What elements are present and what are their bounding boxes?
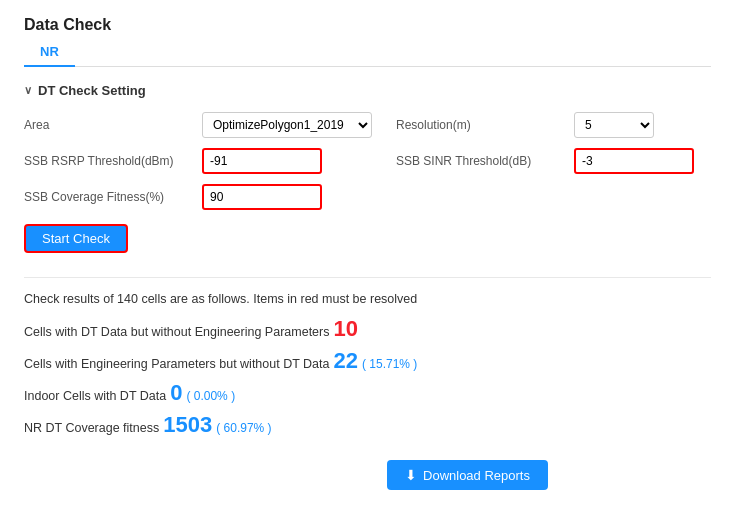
result-row-3: NR DT Coverage fitness 1503 ( 60.97% ) (24, 414, 711, 436)
result-number-0: 10 (333, 318, 357, 340)
result-number-1: 22 (333, 350, 357, 372)
results-section: Check results of 140 cells are as follow… (24, 292, 711, 490)
resolution-label: Resolution(m) (396, 118, 566, 132)
ssb-sinr-label: SSB SINR Threshold(dB) (396, 154, 566, 168)
result-row-0: Cells with DT Data but without Engineeri… (24, 318, 711, 340)
section-header[interactable]: ∨ DT Check Setting (24, 83, 711, 98)
result-label-1: Cells with Engineering Parameters but wi… (24, 357, 329, 371)
result-number-3: 1503 (163, 414, 212, 436)
result-row-1: Cells with Engineering Parameters but wi… (24, 350, 711, 372)
result-pct-1: ( 15.71% ) (362, 357, 417, 371)
download-reports-button[interactable]: ⬇ Download Reports (387, 460, 548, 490)
ssb-rsrp-label: SSB RSRP Threshold(dBm) (24, 154, 194, 168)
result-label-3: NR DT Coverage fitness (24, 421, 159, 435)
start-check-button[interactable]: Start Check (24, 224, 128, 253)
section-title: DT Check Setting (38, 83, 146, 98)
result-label-2: Indoor Cells with DT Data (24, 389, 166, 403)
result-pct-2: ( 0.00% ) (186, 389, 235, 403)
results-header: Check results of 140 cells are as follow… (24, 292, 711, 306)
resolution-row: Resolution(m) 5 10 20 50 (396, 112, 711, 138)
area-select[interactable]: OptimizePolygon1_2019 (202, 112, 372, 138)
ssb-sinr-input[interactable] (574, 148, 694, 174)
form-grid: Area OptimizePolygon1_2019 Resolution(m)… (24, 112, 711, 210)
download-icon: ⬇ (405, 467, 417, 483)
download-reports-label: Download Reports (423, 468, 530, 483)
tab-bar: NR (24, 38, 711, 67)
ssb-rsrp-input[interactable] (202, 148, 322, 174)
area-label: Area (24, 118, 194, 132)
result-pct-3: ( 60.97% ) (216, 421, 271, 435)
result-number-2: 0 (170, 382, 182, 404)
result-row-2: Indoor Cells with DT Data 0 ( 0.00% ) (24, 382, 711, 404)
result-label-0: Cells with DT Data but without Engineeri… (24, 325, 329, 339)
tab-nr[interactable]: NR (24, 38, 75, 67)
ssb-coverage-input[interactable] (202, 184, 322, 210)
ssb-coverage-label: SSB Coverage Fitness(%) (24, 190, 194, 204)
ssb-rsrp-row: SSB RSRP Threshold(dBm) (24, 148, 372, 174)
resolution-select[interactable]: 5 10 20 50 (574, 112, 654, 138)
ssb-sinr-row: SSB SINR Threshold(dB) (396, 148, 711, 174)
area-row: Area OptimizePolygon1_2019 (24, 112, 372, 138)
page-title: Data Check (24, 16, 711, 34)
chevron-icon: ∨ (24, 84, 32, 97)
divider (24, 277, 711, 278)
ssb-coverage-row: SSB Coverage Fitness(%) (24, 184, 372, 210)
